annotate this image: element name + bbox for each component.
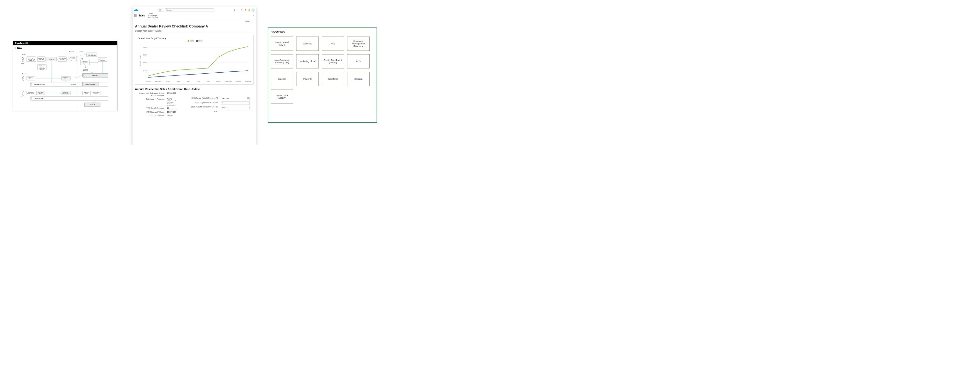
system-box-experian[interactable]: Experian	[271, 72, 293, 86]
svg-text:November: November	[245, 81, 251, 82]
system-box-document-management-box-com-[interactable]: Document Management (Box.com)	[347, 37, 370, 51]
systems-grid: SNAP Central (MLP)WebsitesNLSDocument Ma…	[270, 37, 375, 104]
brand-dot-icon	[26, 42, 28, 44]
actor-dealer-icon	[22, 58, 24, 62]
svg-text:Record: Record	[95, 93, 98, 94]
system-box-snap-loan-legacy-[interactable]: SNAP Loan (Legacy)	[271, 90, 293, 104]
salesforce-logo-icon	[134, 9, 138, 11]
nav-tab-campaigns[interactable]: Campaigns⌵	[148, 14, 170, 17]
node-email-dealer: Email Dealer Info(Triggered Template)	[86, 53, 97, 57]
svg-text:Salesforce: Salesforce	[92, 75, 99, 76]
systems-title: Systems	[271, 30, 374, 34]
svg-text:October: October	[236, 81, 241, 82]
svg-text:Application Form: Application Form	[62, 93, 70, 94]
node-signup-form: Signup Form	[47, 57, 57, 61]
svg-rect-91	[136, 14, 137, 15]
system-box-nls[interactable]: NLS	[322, 37, 344, 51]
svg-text:June: June	[196, 81, 200, 82]
svg-point-1	[22, 58, 24, 59]
svg-text:Dealer: Dealer	[21, 63, 24, 64]
node-add-dealer-website: Add DealerWebsite	[27, 76, 35, 80]
app-launcher-waffle-icon[interactable]	[134, 14, 137, 17]
value-ytd-pct: 0.00 %	[167, 115, 172, 117]
svg-text:Approval: Approval	[83, 63, 87, 64]
input-target-rev[interactable]	[221, 97, 250, 100]
svg-text:August: August	[216, 81, 221, 82]
system-box-casitron[interactable]: Casitron	[347, 72, 370, 86]
global-search-input[interactable]	[165, 8, 214, 12]
system-box-marketing-cloud[interactable]: Marketing Cloud	[296, 54, 319, 69]
system-box-snap-central-mlp-[interactable]: SNAP Central (MLP)	[271, 37, 293, 51]
legend-swatch-sales	[188, 40, 189, 42]
label-ytd-rev: YTD Retrofit Revenue	[135, 107, 164, 109]
svg-text:Banner: Banner	[39, 93, 43, 94]
flow-svg: External Internal Dealer Dealer Dealer S…	[13, 50, 117, 109]
lane-forms-label: Forms + DocuSign	[34, 84, 45, 85]
search-icon: 🔍	[166, 9, 168, 11]
calculator-icon[interactable]: 🖩	[247, 97, 249, 99]
label-est-pct: Estimated % Financed	[135, 98, 164, 100]
svg-text:July: July	[207, 81, 210, 82]
node-mini-legacy: Mini LegacyBanner	[37, 91, 45, 95]
svg-line-65	[22, 94, 23, 96]
svg-text:Power BI: Power BI	[90, 104, 95, 106]
node-powerbi: Power BI	[84, 103, 100, 107]
svg-text:Website: Website	[40, 69, 44, 70]
svg-rect-93	[135, 15, 135, 16]
flow-title: Flow	[13, 45, 117, 50]
svg-rect-89	[134, 14, 135, 15]
svg-point-62	[22, 91, 24, 92]
favorite-icon[interactable]: ★	[233, 9, 236, 11]
svg-text:Google Analytics: Google Analytics	[86, 83, 95, 85]
system-box-loan-origination-system-los-[interactable]: Loan Origination System (LOS)	[271, 54, 293, 69]
add-icon[interactable]: ＋	[237, 9, 239, 11]
help-icon[interactable]: ?	[240, 9, 243, 11]
system-box-powerbi[interactable]: PowerBI	[296, 72, 319, 86]
section-sales-update: Annual Residential Sales & Utilization R…	[135, 88, 254, 91]
user-avatar-icon[interactable]	[251, 9, 255, 11]
node-landing-page: Landing Page(No Login)	[38, 57, 45, 62]
form-grid: Current Year Estimated Annual Retrofit R…	[135, 92, 254, 125]
language-selector[interactable]: English ▾	[245, 20, 253, 22]
svg-text:Signup Form: Signup Form	[49, 59, 55, 60]
chart-title: Current Year Target Tracking	[138, 37, 251, 40]
svg-point-27	[81, 58, 83, 59]
setup-gear-icon[interactable]: ⚙	[244, 9, 247, 11]
node-salesforce: Salesforce	[83, 74, 108, 77]
svg-text:(No Login): (No Login)	[39, 59, 44, 60]
system-box-dealer-dashboard-future-[interactable]: Dealer Dashboard (Future)	[322, 54, 344, 69]
edit-nav-pencil-icon[interactable]: ✎	[253, 14, 255, 17]
actor-dealer-label: Dealer	[22, 54, 25, 56]
svg-point-44	[22, 76, 24, 78]
label-ytd-vol: YTD Financed Volume	[135, 111, 164, 113]
label-ytd-pct: YTD % Financed	[135, 115, 164, 117]
value-ytd-rev[interactable]: $0	[167, 107, 177, 109]
svg-text:Website: Website	[29, 78, 33, 80]
input-notes[interactable]	[221, 110, 256, 125]
note-ytd: YTD is end of November 2020. At nearest …	[135, 100, 177, 106]
node-request-support: Request forDealer SupportApproval	[81, 58, 89, 65]
svg-line-47	[22, 80, 23, 81]
system-box-websites[interactable]: Websites	[296, 37, 319, 51]
legend-swatch-target	[196, 40, 198, 42]
system-box-salesforce[interactable]: Salesforce	[322, 72, 344, 86]
svg-line-48	[23, 80, 24, 81]
node-add-embed: Add EmbedCode toDealer's OwnWebsite	[38, 64, 46, 70]
label-target-vol: 2020 Target Financed Volume ($)	[184, 106, 218, 108]
lane-loan-label: Loan Origination	[34, 98, 44, 99]
svg-rect-83	[32, 97, 33, 99]
svg-text:to Sign-up: to Sign-up	[29, 60, 34, 61]
svg-text:Salesforce: Salesforce	[100, 59, 105, 61]
input-target-pct[interactable]	[221, 101, 250, 105]
input-target-vol[interactable]	[221, 106, 250, 109]
chart-legend: Sales Target	[138, 40, 251, 42]
node-visit-legacy: Visit LegacyDealer Website	[27, 91, 35, 95]
search-scope-all[interactable]: All ▾	[158, 9, 164, 11]
svg-text:February: February	[155, 81, 161, 82]
svg-line-66	[23, 94, 24, 96]
system-box-pbs[interactable]: PBS	[347, 54, 370, 69]
svg-text:September: September	[225, 81, 232, 82]
notifications-bell-icon[interactable]: 🔔	[248, 9, 250, 11]
node-dealer-support: Dealer SupportURL Email CTAsto Sign-up	[27, 57, 36, 62]
svg-text:$2.0M: $2.0M	[143, 46, 147, 48]
